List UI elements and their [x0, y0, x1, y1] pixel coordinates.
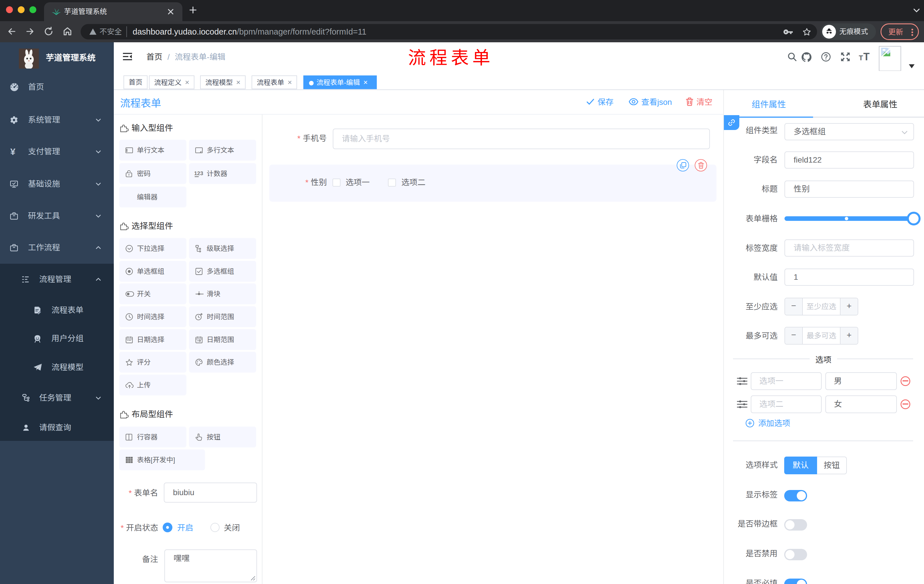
- svg-text:123: 123: [194, 170, 203, 176]
